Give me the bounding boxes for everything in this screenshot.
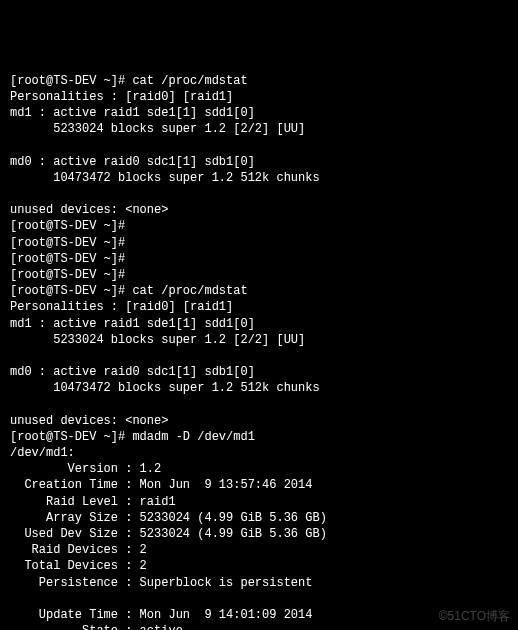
terminal-line: Raid Devices : 2: [10, 542, 508, 558]
terminal-line: [root@TS-DEV ~]#: [10, 218, 508, 234]
terminal-line: Update Time : Mon Jun 9 14:01:09 2014: [10, 607, 508, 623]
terminal-line: [root@TS-DEV ~]# mdadm -D /dev/md1: [10, 429, 508, 445]
terminal-line: md1 : active raid1 sde1[1] sdd1[0]: [10, 316, 508, 332]
terminal-line: [root@TS-DEV ~]#: [10, 267, 508, 283]
terminal-line: unused devices: <none>: [10, 413, 508, 429]
terminal-line: 5233024 blocks super 1.2 [2/2] [UU]: [10, 332, 508, 348]
terminal-line: [10, 591, 508, 607]
terminal-line: Creation Time : Mon Jun 9 13:57:46 2014: [10, 477, 508, 493]
terminal-line: 10473472 blocks super 1.2 512k chunks: [10, 170, 508, 186]
terminal-line: Version : 1.2: [10, 461, 508, 477]
terminal-line: [10, 397, 508, 413]
terminal-line: Persistence : Superblock is persistent: [10, 575, 508, 591]
terminal-line: Raid Level : raid1: [10, 494, 508, 510]
terminal-line: [10, 186, 508, 202]
terminal-line: md1 : active raid1 sde1[1] sdd1[0]: [10, 105, 508, 121]
terminal-line: Used Dev Size : 5233024 (4.99 GiB 5.36 G…: [10, 526, 508, 542]
terminal-line: [root@TS-DEV ~]# cat /proc/mdstat: [10, 73, 508, 89]
terminal-line: 10473472 blocks super 1.2 512k chunks: [10, 380, 508, 396]
terminal-line: /dev/md1:: [10, 445, 508, 461]
terminal-line: State : active: [10, 623, 508, 630]
terminal-line: [root@TS-DEV ~]# cat /proc/mdstat: [10, 283, 508, 299]
watermark-text: ©51CTO博客: [439, 608, 510, 624]
terminal-line: md0 : active raid0 sdc1[1] sdb1[0]: [10, 154, 508, 170]
terminal-line: [10, 348, 508, 364]
terminal-output: [root@TS-DEV ~]# cat /proc/mdstatPersona…: [10, 73, 508, 630]
terminal-line: unused devices: <none>: [10, 202, 508, 218]
terminal-line: [root@TS-DEV ~]#: [10, 251, 508, 267]
terminal-line: 5233024 blocks super 1.2 [2/2] [UU]: [10, 121, 508, 137]
terminal-line: [root@TS-DEV ~]#: [10, 235, 508, 251]
terminal-line: Total Devices : 2: [10, 558, 508, 574]
terminal-line: Personalities : [raid0] [raid1]: [10, 299, 508, 315]
terminal-line: Array Size : 5233024 (4.99 GiB 5.36 GB): [10, 510, 508, 526]
terminal-line: md0 : active raid0 sdc1[1] sdb1[0]: [10, 364, 508, 380]
terminal-line: [10, 138, 508, 154]
terminal-line: Personalities : [raid0] [raid1]: [10, 89, 508, 105]
